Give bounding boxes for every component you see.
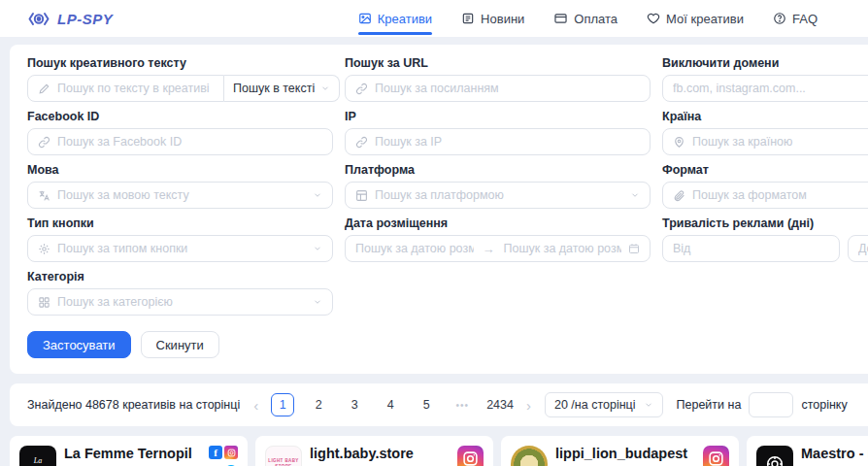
nav-tab-creatives[interactable]: Креативи: [358, 0, 432, 37]
chevron-down-icon: [313, 297, 322, 307]
avatar: [756, 446, 793, 466]
exclude-domains-input[interactable]: [673, 82, 868, 95]
page-ellipsis[interactable]: •••: [451, 393, 474, 416]
logo[interactable]: LP-SPY: [27, 11, 113, 27]
page-number-active[interactable]: 1: [271, 393, 294, 416]
heart-icon: [647, 12, 660, 25]
language-placeholder: Пошук за мовою тексту: [57, 188, 306, 202]
calendar-icon: [628, 243, 640, 254]
goto-page: Перейти на сторінку: [677, 392, 848, 417]
filters-panel: Пошук креативного тексту Пошук в тексті …: [10, 45, 868, 374]
url-input-wrap: [345, 75, 651, 102]
goto-page-input[interactable]: [749, 392, 793, 417]
nav-tab-label: Новини: [481, 12, 524, 26]
ip-input[interactable]: [375, 135, 640, 149]
creative-card[interactable]: lippi_lion_budapest 2025-11-20 21:02:03 …: [501, 436, 739, 466]
chevron-down-icon: [644, 400, 653, 410]
card-title: lippi_lion_budapest: [555, 446, 695, 462]
reset-button[interactable]: Скинути: [141, 331, 219, 358]
date-range-picker[interactable]: Пошук за датою розміщення → Пошук за дат…: [345, 235, 651, 262]
field-label: Категорія: [27, 270, 333, 283]
page-number[interactable]: 4: [379, 393, 402, 416]
goto-suffix: сторінку: [801, 398, 847, 412]
avatar: [511, 446, 548, 466]
next-page-icon[interactable]: ›: [526, 397, 531, 414]
country-input-wrap: [662, 128, 868, 155]
card-title: Maestro - кухні, меблі на замовлення в У…: [801, 446, 868, 466]
creative-card[interactable]: LIGHT BABY STORE light.baby.store 2025-1…: [255, 436, 493, 466]
question-icon: [773, 12, 786, 25]
apply-button[interactable]: Застосувати: [27, 331, 131, 358]
ip-input-wrap: [345, 128, 651, 155]
exclude-domains-input-wrap: [662, 75, 868, 102]
page-number[interactable]: 2434: [486, 393, 514, 416]
creative-text-input-wrap: [27, 75, 224, 102]
field-facebook-id: Facebook ID: [27, 110, 333, 155]
nav-tab-payment[interactable]: Оплата: [553, 0, 618, 37]
date-end-placeholder: Пошук за датою розміщення: [504, 242, 622, 255]
instagram-icon: [224, 446, 238, 459]
instagram-icon: [457, 446, 484, 466]
link-icon: [38, 136, 50, 149]
field-creative-text: Пошук креативного тексту Пошук в тексті: [27, 56, 333, 102]
category-select[interactable]: Пошук за категорією: [27, 288, 333, 316]
field-label: Країна: [662, 110, 868, 123]
main-nav: Креативи Новини Оплата Мої креативи FAQ: [358, 0, 818, 37]
field-label: Пошук за URL: [345, 56, 651, 70]
page-size-select[interactable]: 20 /на сторінці: [545, 392, 663, 417]
duration-to-input[interactable]: [858, 242, 868, 255]
page-number[interactable]: 3: [343, 393, 366, 416]
platform-select[interactable]: Пошук за платформою: [345, 182, 651, 209]
creative-card[interactable]: Maestro - кухні, меблі на замовлення в У…: [747, 436, 868, 466]
credit-card-icon: [553, 12, 568, 25]
nav-tab-news[interactable]: Новини: [461, 0, 524, 37]
page-number[interactable]: 2: [307, 393, 330, 416]
field-label: IP: [345, 110, 651, 123]
field-url: Пошук за URL: [345, 56, 651, 102]
nav-tab-label: FAQ: [792, 12, 818, 26]
creative-text-input[interactable]: [57, 82, 214, 95]
field-label: Тривалість реклами (дні): [662, 216, 868, 230]
field-label: Дата розміщення: [345, 216, 651, 230]
goto-label: Перейти на: [677, 398, 742, 412]
arrow-right-icon: →: [481, 242, 497, 256]
field-button-type: Тип кнопки Пошук за типом кнопки: [27, 216, 333, 262]
chevron-down-icon: [313, 244, 322, 253]
creative-card[interactable]: La FEMME La Femme Ternopil 2025-11-20 21…: [10, 436, 248, 466]
platform-placeholder: Пошук за платформою: [375, 188, 623, 202]
field-label: Мова: [27, 163, 333, 177]
search-mode-select[interactable]: Пошук в тексті: [224, 75, 340, 102]
nav-tab-my-creatives[interactable]: Мої креативи: [647, 0, 744, 37]
facebook-id-input-wrap: [27, 128, 333, 155]
page-size-value: 20 /на сторінці: [554, 398, 636, 412]
prev-page-icon[interactable]: ‹: [253, 397, 258, 414]
facebook-icon: f: [209, 446, 222, 459]
url-input[interactable]: [375, 82, 640, 95]
button-type-select[interactable]: Пошук за типом кнопки: [27, 235, 333, 262]
nav-tab-label: Оплата: [574, 12, 618, 26]
field-label: Тип кнопки: [27, 216, 333, 230]
results-bar: Знайдено 48678 креативів на сторінці ‹ 1…: [10, 383, 868, 426]
facebook-id-input[interactable]: [57, 135, 322, 149]
language-select[interactable]: Пошук за мовою тексту: [27, 182, 333, 209]
duration-from-input[interactable]: [673, 242, 829, 255]
format-input[interactable]: [692, 188, 868, 202]
country-input[interactable]: [692, 135, 868, 149]
field-label: Facebook ID: [27, 110, 333, 123]
top-bar: LP-SPY Креативи Новини Оплата Мої креати…: [0, 0, 868, 37]
link-icon: [355, 83, 368, 95]
location-pin-icon: [673, 136, 685, 149]
field-category: Категорія Пошук за категорією: [27, 270, 333, 316]
field-format: Формат: [662, 163, 868, 209]
format-input-wrap: [662, 182, 868, 209]
page-number[interactable]: 5: [415, 393, 438, 416]
field-platform: Платформа Пошук за платформою: [345, 163, 651, 209]
pagination: ‹ 1 2 3 4 5 ••• 2434 ›: [253, 393, 531, 416]
nav-tab-faq[interactable]: FAQ: [773, 0, 818, 37]
field-country: Країна: [662, 110, 868, 155]
search-mode-value: Пошук в тексті: [233, 82, 315, 95]
nav-tab-label: Мої креативи: [666, 12, 744, 26]
field-exclude-domains: Виключити домени: [662, 56, 868, 102]
field-label: Платформа: [345, 163, 651, 177]
gear-icon: [38, 243, 50, 255]
